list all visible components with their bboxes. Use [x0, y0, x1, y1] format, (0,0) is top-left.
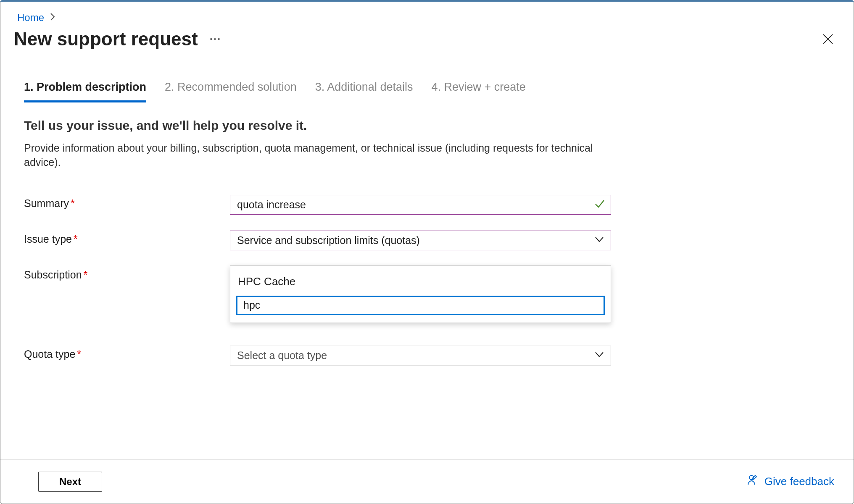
subscription-dropdown: HPC Cache	[230, 265, 611, 323]
form-row-quota-type: Quota type* Select a quota type	[24, 346, 830, 365]
next-button[interactable]: Next	[38, 472, 102, 492]
section-heading: Tell us your issue, and we'll help you r…	[24, 118, 830, 133]
issue-type-select[interactable]: Service and subscription limits (quotas)	[230, 231, 611, 250]
footer-bar: Next Give feedback	[0, 459, 854, 504]
form-row-issue-type: Issue type* Service and subscription lim…	[24, 231, 830, 250]
chevron-right-icon	[50, 13, 56, 23]
issue-type-label: Issue type*	[24, 231, 230, 245]
summary-input[interactable]	[230, 195, 611, 215]
breadcrumb-home-link[interactable]: Home	[17, 12, 44, 24]
subscription-option-hpc-cache[interactable]: HPC Cache	[236, 272, 605, 296]
summary-label: Summary*	[24, 195, 230, 210]
subscription-filter-input[interactable]	[236, 296, 605, 315]
check-icon	[594, 198, 605, 211]
tab-review-create[interactable]: 4. Review + create	[431, 81, 525, 102]
more-actions-icon[interactable]: ···	[210, 33, 221, 46]
subscription-label: Subscription*	[24, 266, 230, 281]
form-row-subscription: Subscription* HPC Cache	[24, 266, 830, 281]
quota-type-label: Quota type*	[24, 346, 230, 360]
tab-recommended-solution[interactable]: 2. Recommended solution	[165, 81, 297, 102]
page-title: New support request ···	[14, 29, 221, 50]
breadcrumb: Home	[0, 2, 854, 29]
close-button[interactable]	[819, 30, 837, 48]
tab-additional-details[interactable]: 3. Additional details	[315, 81, 413, 102]
tab-problem-description[interactable]: 1. Problem description	[24, 81, 146, 102]
form-row-summary: Summary*	[24, 195, 830, 215]
quota-type-select[interactable]: Select a quota type	[230, 346, 611, 365]
give-feedback-link[interactable]: Give feedback	[747, 474, 834, 489]
feedback-icon	[747, 474, 759, 489]
wizard-tabs: 1. Problem description 2. Recommended so…	[24, 81, 830, 102]
section-description: Provide information about your billing, …	[24, 141, 629, 170]
